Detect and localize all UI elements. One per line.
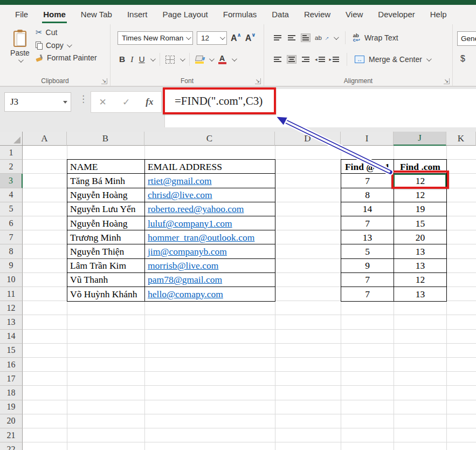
email-link-cell[interactable]: hello@comapy.com [144, 287, 275, 302]
format-painter-button[interactable]: Format Painter [36, 53, 97, 62]
paste-dropdown-icon[interactable] [18, 57, 23, 63]
find-at-value-cell[interactable]: 9 [341, 258, 394, 274]
email-link-cell[interactable]: pam78@gmail.com [144, 272, 275, 288]
font-color-button[interactable]: A [218, 55, 226, 64]
column-header-A[interactable]: A [23, 132, 67, 146]
column-header-I[interactable]: I [341, 132, 394, 146]
increase-font-size-button[interactable]: A∧ [231, 33, 242, 43]
copy-button[interactable]: Copy [36, 41, 97, 50]
tab-developer[interactable]: Developer [370, 5, 422, 24]
decrease-font-size-button[interactable]: A∨ [245, 33, 256, 43]
font-size-select[interactable]: 12 [197, 31, 227, 45]
top-align-button[interactable] [273, 33, 282, 42]
row-header-8[interactable]: 8 [0, 244, 23, 258]
email-link-cell[interactable]: jim@companyb.com [144, 244, 275, 259]
find-com-value-cell[interactable]: 20 [394, 230, 447, 245]
tab-help[interactable]: Help [423, 5, 454, 24]
find-com-value-cell[interactable]: 12 [394, 188, 447, 203]
underline-dropdown-icon[interactable] [150, 56, 156, 62]
column-header-J[interactable]: J [394, 132, 446, 146]
row-header-22[interactable]: 22 [0, 442, 23, 450]
find-at-value-cell[interactable]: 7 [341, 173, 394, 188]
merge-center-label[interactable]: Merge & Center [369, 55, 422, 64]
accounting-format-button[interactable]: $ [460, 54, 465, 64]
number-format-select[interactable]: Gene [457, 31, 476, 46]
row-header-19[interactable]: 19 [0, 400, 23, 414]
email-link-cell[interactable]: rtiet@gmail.com [144, 173, 275, 188]
align-left-button[interactable] [273, 55, 282, 64]
row-header-2[interactable]: 2 [0, 160, 23, 174]
row-header-6[interactable]: 6 [0, 216, 23, 230]
find-at-value-cell[interactable]: 8 [341, 188, 394, 203]
row-header-10[interactable]: 10 [0, 273, 23, 287]
name-cell[interactable]: Tăng Bá Minh [67, 173, 145, 188]
borders-dropdown-icon[interactable] [180, 56, 185, 62]
find-at-value-cell[interactable]: 14 [341, 202, 394, 217]
decrease-indent-button[interactable]: ◂ [315, 56, 325, 63]
email-link-cell[interactable]: morrisb@live.com [144, 258, 275, 274]
fill-color-button[interactable] [195, 56, 204, 64]
name-box-dropdown-icon[interactable] [63, 101, 67, 104]
row-header-20[interactable]: 20 [0, 414, 23, 428]
column-header-D[interactable]: D [275, 132, 341, 146]
find-at-header-cell[interactable]: Find @ + 1 [341, 159, 394, 174]
find-at-value-cell[interactable]: 7 [341, 272, 394, 288]
name-cell[interactable]: Trương Minh [67, 230, 145, 245]
row-header-18[interactable]: 18 [0, 386, 23, 400]
tab-formulas[interactable]: Formulas [216, 5, 265, 24]
tab-home[interactable]: Home [36, 5, 73, 24]
font-color-dropdown-icon[interactable] [232, 56, 237, 62]
find-com-value-cell[interactable]: 12 [394, 272, 447, 288]
orientation-dropdown-icon[interactable] [334, 35, 339, 40]
alignment-dialog-launcher-icon[interactable]: ↘ [444, 78, 450, 84]
clipboard-dialog-launcher-icon[interactable]: ↘ [101, 78, 107, 84]
middle-align-button[interactable] [287, 33, 296, 42]
find-at-value-cell[interactable]: 13 [341, 230, 394, 245]
row-header-3[interactable]: 3 [0, 174, 23, 188]
font-name-select[interactable]: Times New Roman [118, 31, 193, 45]
find-com-value-cell[interactable]: 15 [394, 216, 447, 231]
italic-button[interactable]: I [130, 54, 133, 64]
enter-icon[interactable]: ✓ [122, 97, 130, 108]
tab-review[interactable]: Review [296, 5, 338, 24]
row-header-13[interactable]: 13 [0, 315, 23, 329]
tab-new-tab[interactable]: New Tab [73, 5, 120, 24]
row-header-15[interactable]: 15 [0, 344, 23, 358]
find-com-header-cell[interactable]: Find .com [394, 159, 447, 174]
cancel-icon[interactable]: ✕ [99, 97, 107, 108]
email-link-cell[interactable]: chrisd@live.com [144, 188, 275, 203]
name-cell[interactable]: Nguyễn Hoàng [67, 216, 145, 231]
column-header-B[interactable]: B [67, 132, 144, 146]
row-header-5[interactable]: 5 [0, 202, 23, 216]
name-cell[interactable]: Võ Huỳnh Khánh [67, 287, 145, 302]
merge-center-dropdown-icon[interactable] [426, 56, 432, 62]
tab-insert[interactable]: Insert [120, 5, 155, 24]
fill-color-dropdown-icon[interactable] [209, 56, 215, 62]
bold-button[interactable]: B [119, 54, 125, 64]
name-cell[interactable]: Nguyễn Thiện [67, 244, 145, 259]
row-header-16[interactable]: 16 [0, 358, 23, 372]
insert-function-icon[interactable]: fx [146, 97, 153, 107]
copy-dropdown-icon[interactable] [67, 42, 72, 47]
find-com-value-cell[interactable]: 13 [394, 287, 447, 302]
name-box[interactable]: J3 [4, 92, 71, 112]
tab-file[interactable]: File [8, 5, 36, 24]
paste-button[interactable]: Paste [8, 29, 32, 78]
row-header-7[interactable]: 7 [0, 230, 23, 244]
tab-data[interactable]: Data [264, 5, 296, 24]
row-header-11[interactable]: 11 [0, 287, 23, 301]
align-center-button[interactable] [287, 55, 296, 64]
row-header-21[interactable]: 21 [0, 428, 23, 442]
name-cell[interactable]: Nguyễn Hoàng [67, 188, 145, 203]
cut-button[interactable]: ✂ Cut [36, 28, 97, 37]
font-dialog-launcher-icon[interactable]: ↘ [255, 78, 261, 84]
name-cell[interactable]: Nguyễn Lưu Yến [67, 202, 145, 217]
borders-button[interactable] [165, 56, 175, 64]
find-at-value-cell[interactable]: 7 [341, 216, 394, 231]
align-right-button[interactable] [301, 55, 311, 64]
wrap-text-label[interactable]: Wrap Text [364, 33, 398, 42]
email-header-cell[interactable]: EMAIL ADDRESS [144, 159, 275, 174]
row-header-4[interactable]: 4 [0, 188, 23, 202]
find-at-value-cell[interactable]: 7 [341, 287, 394, 302]
orientation-button[interactable]: ab→ [315, 34, 329, 42]
